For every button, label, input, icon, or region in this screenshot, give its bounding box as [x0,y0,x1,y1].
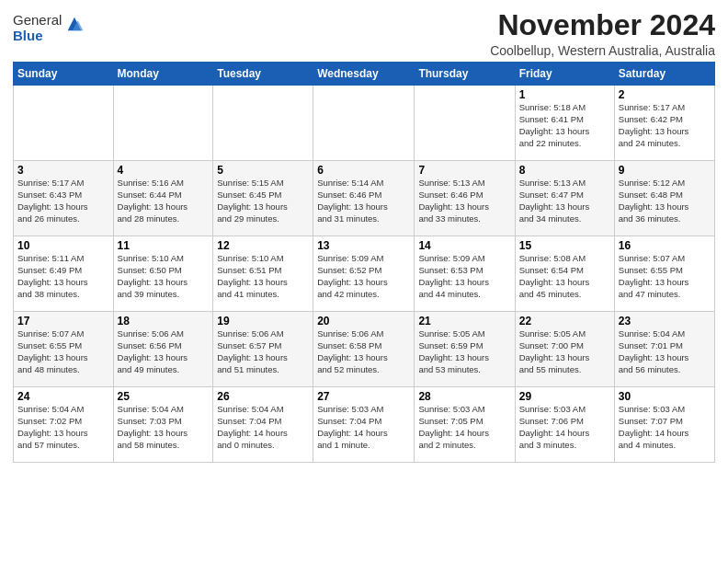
calendar-cell [14,86,114,161]
calendar-cell [213,86,313,161]
day-number: 5 [217,164,309,177]
calendar-cell: 23Sunrise: 5:04 AMSunset: 7:01 PMDayligh… [614,312,714,387]
calendar-cell: 6Sunrise: 5:14 AMSunset: 6:46 PMDaylight… [313,161,415,236]
calendar-cell: 18Sunrise: 5:06 AMSunset: 6:56 PMDayligh… [113,312,213,387]
week-row-1: 1Sunrise: 5:18 AMSunset: 6:41 PMDaylight… [14,86,715,161]
calendar-cell: 3Sunrise: 5:17 AMSunset: 6:43 PMDaylight… [14,161,114,236]
day-info: Sunrise: 5:04 AMSunset: 7:03 PMDaylight:… [118,404,210,451]
day-info: Sunrise: 5:03 AMSunset: 7:05 PMDaylight:… [418,404,510,451]
title-block: November 2024 Coolbellup, Western Austra… [490,9,715,58]
day-number: 25 [118,390,210,403]
day-info: Sunrise: 5:07 AMSunset: 6:55 PMDaylight:… [17,328,109,375]
day-info: Sunrise: 5:13 AMSunset: 6:46 PMDaylight:… [418,178,510,224]
col-sunday: Sunday [14,63,114,86]
calendar-cell: 5Sunrise: 5:15 AMSunset: 6:45 PMDaylight… [213,161,313,236]
day-number: 26 [217,390,309,403]
calendar-cell [113,86,213,161]
day-info: Sunrise: 5:11 AMSunset: 6:49 PMDaylight:… [17,253,109,300]
calendar-cell: 8Sunrise: 5:13 AMSunset: 6:47 PMDaylight… [515,161,614,236]
calendar-cell: 16Sunrise: 5:07 AMSunset: 6:55 PMDayligh… [614,236,714,312]
day-info: Sunrise: 5:16 AMSunset: 6:44 PMDaylight:… [118,178,210,224]
day-number: 4 [118,164,210,177]
calendar-cell: 26Sunrise: 5:04 AMSunset: 7:04 PMDayligh… [213,387,313,463]
day-info: Sunrise: 5:09 AMSunset: 6:52 PMDaylight:… [317,253,410,300]
day-info: Sunrise: 5:17 AMSunset: 6:42 PMDaylight:… [619,102,711,149]
day-number: 21 [418,315,510,327]
calendar-cell: 1Sunrise: 5:18 AMSunset: 6:41 PMDaylight… [515,86,614,161]
col-saturday: Saturday [614,63,714,86]
day-number: 16 [619,239,711,252]
calendar-cell: 13Sunrise: 5:09 AMSunset: 6:52 PMDayligh… [313,236,415,312]
col-friday: Friday [515,63,614,86]
logo-icon [64,14,85,34]
day-info: Sunrise: 5:04 AMSunset: 7:01 PMDaylight:… [619,328,711,375]
day-info: Sunrise: 5:04 AMSunset: 7:04 PMDaylight:… [217,404,309,451]
day-number: 9 [619,164,711,177]
day-number: 19 [217,315,309,327]
calendar-cell: 2Sunrise: 5:17 AMSunset: 6:42 PMDaylight… [614,86,714,161]
week-row-5: 24Sunrise: 5:04 AMSunset: 7:02 PMDayligh… [14,387,715,463]
calendar-cell [415,86,515,161]
header: General Blue November 2024 Coolbellup, W… [13,9,715,58]
day-number: 18 [118,315,210,327]
calendar-cell: 20Sunrise: 5:06 AMSunset: 6:58 PMDayligh… [313,312,415,387]
day-number: 1 [519,88,610,101]
calendar-cell: 19Sunrise: 5:06 AMSunset: 6:57 PMDayligh… [213,312,313,387]
day-info: Sunrise: 5:05 AMSunset: 7:00 PMDaylight:… [519,328,610,375]
day-info: Sunrise: 5:09 AMSunset: 6:53 PMDaylight:… [418,253,510,300]
day-info: Sunrise: 5:08 AMSunset: 6:54 PMDaylight:… [519,253,610,300]
day-info: Sunrise: 5:06 AMSunset: 6:58 PMDaylight:… [317,328,410,375]
day-number: 12 [217,239,309,252]
day-number: 2 [619,88,711,101]
calendar-cell: 24Sunrise: 5:04 AMSunset: 7:02 PMDayligh… [14,387,114,463]
day-number: 24 [17,390,109,403]
day-info: Sunrise: 5:12 AMSunset: 6:48 PMDaylight:… [619,178,711,224]
day-number: 6 [317,164,410,177]
day-number: 17 [17,315,109,327]
day-number: 23 [619,315,711,327]
location-subtitle: Coolbellup, Western Australia, Australia [490,43,715,58]
calendar-header: Sunday Monday Tuesday Wednesday Thursday… [14,63,715,86]
calendar-body: 1Sunrise: 5:18 AMSunset: 6:41 PMDaylight… [14,86,715,463]
day-number: 30 [619,390,711,403]
header-row: Sunday Monday Tuesday Wednesday Thursday… [14,63,715,86]
calendar-cell: 28Sunrise: 5:03 AMSunset: 7:05 PMDayligh… [415,387,515,463]
month-title: November 2024 [490,9,715,41]
week-row-4: 17Sunrise: 5:07 AMSunset: 6:55 PMDayligh… [14,312,715,387]
day-number: 3 [17,164,109,177]
day-number: 15 [519,239,610,252]
calendar-cell: 14Sunrise: 5:09 AMSunset: 6:53 PMDayligh… [415,236,515,312]
calendar-cell: 11Sunrise: 5:10 AMSunset: 6:50 PMDayligh… [113,236,213,312]
day-info: Sunrise: 5:15 AMSunset: 6:45 PMDaylight:… [217,178,309,224]
calendar-cell: 15Sunrise: 5:08 AMSunset: 6:54 PMDayligh… [515,236,614,312]
calendar-cell: 12Sunrise: 5:10 AMSunset: 6:51 PMDayligh… [213,236,313,312]
calendar-cell: 22Sunrise: 5:05 AMSunset: 7:00 PMDayligh… [515,312,614,387]
calendar-cell: 7Sunrise: 5:13 AMSunset: 6:46 PMDaylight… [415,161,515,236]
col-monday: Monday [113,63,213,86]
week-row-2: 3Sunrise: 5:17 AMSunset: 6:43 PMDaylight… [14,161,715,236]
calendar-cell: 10Sunrise: 5:11 AMSunset: 6:49 PMDayligh… [14,236,114,312]
day-info: Sunrise: 5:03 AMSunset: 7:06 PMDaylight:… [519,404,610,451]
calendar-table: Sunday Monday Tuesday Wednesday Thursday… [13,62,715,463]
calendar-cell: 30Sunrise: 5:03 AMSunset: 7:07 PMDayligh… [614,387,714,463]
col-wednesday: Wednesday [313,63,415,86]
day-info: Sunrise: 5:10 AMSunset: 6:51 PMDaylight:… [217,253,309,300]
day-info: Sunrise: 5:07 AMSunset: 6:55 PMDaylight:… [619,253,711,300]
day-number: 11 [118,239,210,252]
day-info: Sunrise: 5:10 AMSunset: 6:50 PMDaylight:… [118,253,210,300]
calendar-cell: 21Sunrise: 5:05 AMSunset: 6:59 PMDayligh… [415,312,515,387]
day-info: Sunrise: 5:04 AMSunset: 7:02 PMDaylight:… [17,404,109,451]
day-number: 27 [317,390,410,403]
day-number: 13 [317,239,410,252]
calendar-cell: 4Sunrise: 5:16 AMSunset: 6:44 PMDaylight… [113,161,213,236]
day-number: 20 [317,315,410,327]
day-number: 28 [418,390,510,403]
day-info: Sunrise: 5:03 AMSunset: 7:04 PMDaylight:… [317,404,410,451]
logo-blue: Blue [13,29,62,44]
day-info: Sunrise: 5:06 AMSunset: 6:56 PMDaylight:… [118,328,210,375]
day-info: Sunrise: 5:13 AMSunset: 6:47 PMDaylight:… [519,178,610,224]
page-container: General Blue November 2024 Coolbellup, W… [0,0,728,470]
day-info: Sunrise: 5:06 AMSunset: 6:57 PMDaylight:… [217,328,309,375]
day-number: 14 [418,239,510,252]
calendar-cell [313,86,415,161]
